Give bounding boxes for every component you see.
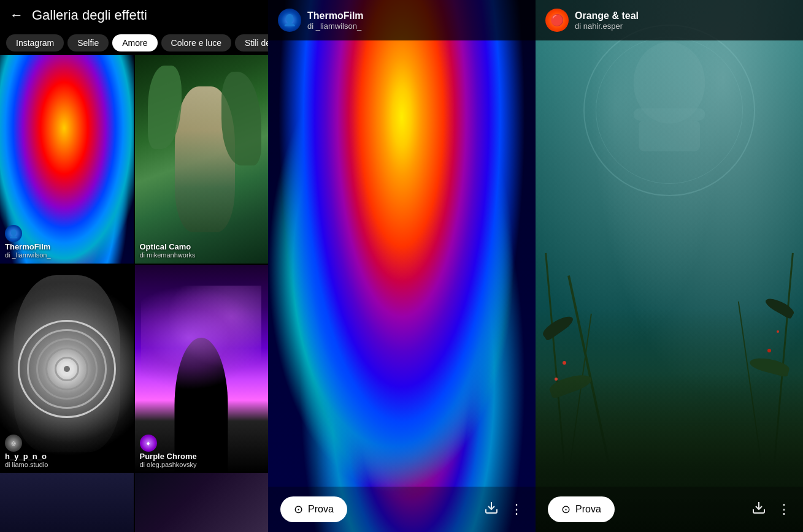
effects-grid: 👤 ThermoFilm di _liamwilson_ xyxy=(0,55,268,532)
right-prova-button[interactable]: ⊙ Prova xyxy=(548,496,615,522)
avatar-thermofilm: 👤 xyxy=(5,225,22,242)
tab-instagram[interactable]: Instagram xyxy=(6,34,64,51)
middle-effect-header: 👤 ThermoFilm di _liamwilson_ xyxy=(268,0,536,40)
middle-effect-info: ThermoFilm di _liamwilson_ xyxy=(307,10,364,31)
right-effect-author: di nahir.esper xyxy=(575,21,639,31)
right-effect-preview xyxy=(536,0,803,532)
grid-item-thermofilm[interactable]: 👤 ThermoFilm di _liamwilson_ xyxy=(0,55,134,264)
effect-name-purplechrome: Purple Chrome xyxy=(140,452,197,461)
cell-label-opticalcamo: Optical Camo di mikemanhworks xyxy=(140,242,196,259)
right-bottom-icons: ⋮ xyxy=(751,500,791,519)
effect-author-purplechrome: di oleg.pashkovsky xyxy=(140,461,197,468)
middle-panel: 👤 ThermoFilm di _liamwilson_ ⊙ Prova ⋮ xyxy=(268,0,536,532)
right-effect-title: Orange & teal xyxy=(575,10,639,21)
middle-effect-author: di _liamwilson_ xyxy=(307,21,364,31)
effect-name-opticalcamo: Optical Camo xyxy=(140,242,196,251)
back-button[interactable]: ← xyxy=(10,9,23,22)
thermal-person-overlay xyxy=(268,0,536,532)
cell-label-thermofilm: 👤 ThermoFilm di _liamwilson_ xyxy=(5,225,51,259)
cell-label-purplechrome: ♦ Purple Chrome di oleg.pashkovsky xyxy=(140,435,197,468)
tab-amore[interactable]: Amore xyxy=(112,34,157,51)
grid-item-opticalcamo[interactable]: Optical Camo di mikemanhworks xyxy=(135,55,269,264)
middle-bottom-icons: ⋮ xyxy=(484,500,523,519)
right-prova-label: Prova xyxy=(575,504,601,515)
camera-icon: ⊙ xyxy=(294,503,303,516)
right-bottom-bar: ⊙ Prova ⋮ xyxy=(536,487,803,532)
effect-author-hypno: di liamo.studio xyxy=(5,461,48,468)
tabs-bar: Instagram Selfie Amore Colore e luce Sti… xyxy=(0,31,268,55)
cell-label-hypno: ☺ h_y_p_n_o di liamo.studio xyxy=(5,435,48,468)
middle-effect-title: ThermoFilm xyxy=(307,10,364,21)
right-download-button[interactable] xyxy=(751,500,766,519)
page-title: Galleria degli effetti xyxy=(32,7,147,23)
grid-item-extra1[interactable] xyxy=(0,473,134,532)
header: ← Galleria degli effetti xyxy=(0,0,268,31)
middle-effect-preview xyxy=(268,0,536,532)
effect-author-opticalcamo: di mikemanhworks xyxy=(140,251,196,259)
tab-stili[interactable]: Stili della xyxy=(235,34,268,51)
bottom-row xyxy=(0,473,268,532)
right-more-button[interactable]: ⋮ xyxy=(777,501,791,517)
download-button[interactable] xyxy=(484,500,499,519)
middle-prova-button[interactable]: ⊙ Prova xyxy=(280,496,347,522)
grid-item-extra2[interactable] xyxy=(135,473,269,532)
avatar-purplechrome: ♦ xyxy=(140,435,157,452)
tab-selfie[interactable]: Selfie xyxy=(67,34,109,51)
middle-effect-avatar: 👤 xyxy=(278,9,301,32)
plant-layer xyxy=(536,0,803,532)
effect-author-thermofilm: di _liamwilson_ xyxy=(5,251,51,259)
effect-name-thermofilm: ThermoFilm xyxy=(5,242,51,251)
grid-item-hypno[interactable]: ☺ h_y_p_n_o di liamo.studio xyxy=(0,265,134,473)
effect-name-hypno: h_y_p_n_o xyxy=(5,452,48,461)
more-button[interactable]: ⋮ xyxy=(510,501,523,517)
avatar-hypno: ☺ xyxy=(5,435,22,452)
right-effect-avatar: 🔴 xyxy=(545,9,569,32)
right-effect-header: 🔴 Orange & teal di nahir.esper xyxy=(536,0,803,40)
right-panel: 🔴 Orange & teal di nahir.esper xyxy=(536,0,803,532)
right-effect-info: Orange & teal di nahir.esper xyxy=(575,10,639,31)
prova-label: Prova xyxy=(308,504,334,515)
tab-colore[interactable]: Colore e luce xyxy=(161,34,232,51)
middle-bottom-bar: ⊙ Prova ⋮ xyxy=(268,487,536,532)
right-camera-icon: ⊙ xyxy=(561,503,571,516)
left-panel: ← Galleria degli effetti Instagram Selfi… xyxy=(0,0,268,532)
grid-item-purplechrome[interactable]: ♦ Purple Chrome di oleg.pashkovsky xyxy=(135,265,269,473)
grid: 👤 ThermoFilm di _liamwilson_ xyxy=(0,55,268,473)
